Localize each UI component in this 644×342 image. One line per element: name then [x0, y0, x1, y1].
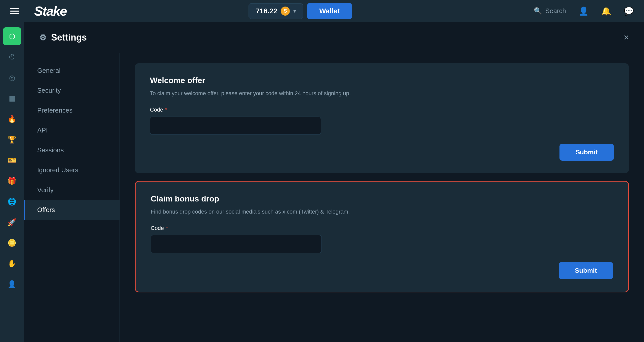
welcome-offer-footer: Submit — [150, 144, 614, 161]
topnav: Stake 716.22 S ▾ Wallet 🔍 Search 👤 🔔 💬 — [0, 0, 644, 22]
sidebar-icon-gift[interactable]: 🎁 — [3, 172, 21, 190]
sidebar-icon-fire[interactable]: 🔥 — [3, 110, 21, 128]
left-sidebar: ⬡ ⏱ ◎ ▦ 🔥 🏆 🎫 🎁 🌐 🚀 🪙 ✋ 👤 — [0, 22, 24, 342]
nav-item-ignored-users[interactable]: Ignored Users — [24, 160, 119, 180]
nav-item-general[interactable]: General — [24, 61, 119, 81]
settings-panel: ⚙ Settings × General Security Preference… — [24, 22, 644, 342]
nav-right: 🔍 Search 👤 🔔 💬 — [534, 6, 634, 16]
bonus-code-label: Code * — [151, 225, 613, 231]
chevron-down-icon: ▾ — [293, 8, 296, 14]
nav-item-security[interactable]: Security — [24, 81, 119, 100]
sidebar-icon-hand[interactable]: ✋ — [3, 254, 21, 272]
nav-item-verify[interactable]: Verify — [24, 180, 119, 200]
claim-bonus-title: Claim bonus drop — [151, 194, 613, 203]
claim-bonus-card: Claim bonus drop Find bonus drop codes o… — [135, 181, 629, 292]
claim-bonus-footer: Submit — [151, 262, 613, 279]
close-button[interactable]: × — [624, 33, 629, 42]
bonus-code-input[interactable] — [151, 235, 322, 253]
nav-item-preferences[interactable]: Preferences — [24, 100, 119, 120]
required-star-bonus: * — [166, 225, 168, 231]
main-layout: ⬡ ⏱ ◎ ▦ 🔥 🏆 🎫 🎁 🌐 🚀 🪙 ✋ 👤 ⚙ Settings × G… — [0, 22, 644, 342]
wallet-button[interactable]: Wallet — [307, 3, 352, 19]
sidebar-icon-recent[interactable]: ⏱ — [3, 48, 21, 66]
nav-center: 716.22 S ▾ Wallet — [77, 3, 524, 19]
nav-item-offers[interactable]: Offers — [24, 200, 119, 220]
settings-title: ⚙ Settings — [39, 32, 87, 43]
balance-button[interactable]: 716.22 S ▾ — [249, 3, 303, 19]
settings-body: General Security Preferences API Session… — [24, 53, 644, 342]
sidebar-icon-home[interactable]: ⬡ — [3, 27, 21, 45]
claim-bonus-submit[interactable]: Submit — [559, 262, 613, 279]
settings-gear-icon: ⚙ — [39, 33, 47, 42]
sidebar-icon-token[interactable]: 🪙 — [3, 234, 21, 252]
welcome-offer-card: Welcome offer To claim your welcome offe… — [135, 63, 629, 173]
welcome-code-label: Code * — [150, 107, 614, 113]
sidebar-icon-rocket[interactable]: 🚀 — [3, 213, 21, 231]
claim-bonus-desc: Find bonus drop codes on our social medi… — [151, 208, 613, 216]
search-button[interactable]: 🔍 Search — [534, 7, 566, 15]
sidebar-icon-quest[interactable]: 🎫 — [3, 151, 21, 169]
sidebar-icon-trophy[interactable]: 🏆 — [3, 130, 21, 149]
nav-item-sessions[interactable]: Sessions — [24, 140, 119, 160]
settings-header: ⚙ Settings × — [24, 22, 644, 53]
nav-item-api[interactable]: API — [24, 120, 119, 140]
coin-icon: S — [281, 7, 290, 16]
required-star: * — [165, 107, 168, 113]
sidebar-icon-sports[interactable]: ◎ — [3, 69, 21, 87]
welcome-offer-desc: To claim your welcome offer, please ente… — [150, 89, 614, 97]
logo: Stake — [34, 4, 67, 19]
balance-amount: 716.22 — [256, 7, 277, 15]
hamburger-menu[interactable] — [10, 8, 19, 14]
sidebar-icon-casino[interactable]: ▦ — [3, 89, 21, 107]
search-icon: 🔍 — [534, 7, 542, 15]
sidebar-icon-planet[interactable]: 🌐 — [3, 192, 21, 211]
welcome-code-input[interactable] — [150, 117, 321, 135]
notifications-icon[interactable]: 🔔 — [601, 6, 611, 16]
welcome-offer-title: Welcome offer — [150, 76, 614, 85]
settings-content: Welcome offer To claim your welcome offe… — [120, 53, 644, 342]
chat-icon[interactable]: 💬 — [624, 6, 634, 16]
profile-icon[interactable]: 👤 — [579, 6, 589, 16]
welcome-offer-submit[interactable]: Submit — [559, 144, 614, 161]
settings-nav: General Security Preferences API Session… — [24, 53, 120, 342]
sidebar-icon-user[interactable]: 👤 — [3, 275, 21, 293]
